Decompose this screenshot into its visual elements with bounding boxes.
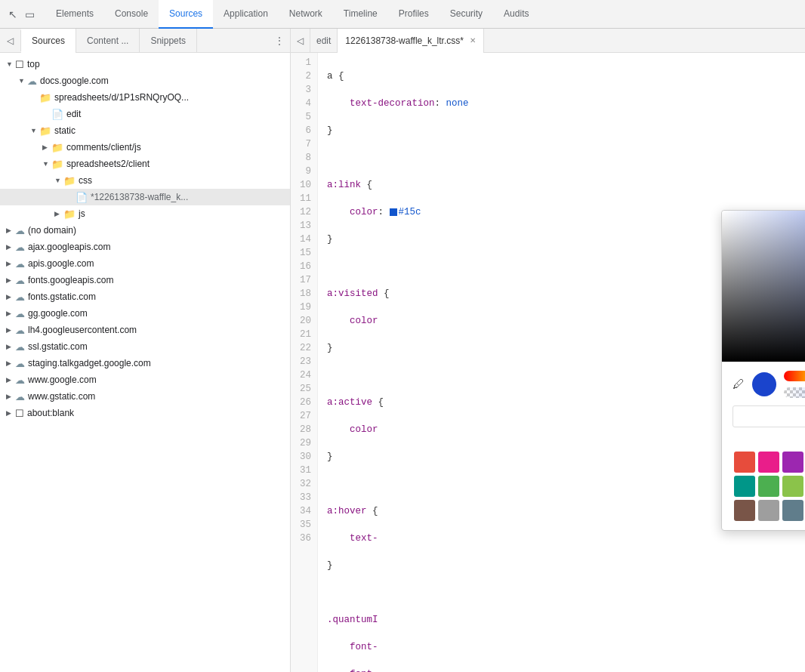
list-item[interactable]: ▼ 📁 static <box>0 122 290 139</box>
color-gradient-area[interactable] <box>722 211 805 362</box>
code-line: } <box>327 124 805 137</box>
cloud-icon: ☁ <box>15 358 25 369</box>
color-swatch[interactable] <box>758 452 779 473</box>
list-item[interactable]: ▶ ☁ ajax.googleapis.com <box>0 239 290 255</box>
color-swatch[interactable] <box>758 476 779 497</box>
cloud-icon: ☁ <box>15 341 25 353</box>
hex-input[interactable] <box>733 405 805 427</box>
color-picker-popup: 🖊 <box>721 210 805 531</box>
line-numbers: 12345 678910 1112131415 1617181920 21222… <box>291 53 318 672</box>
file-tab[interactable]: 1226138738-waffle_k_ltr.css* ✕ <box>338 29 484 53</box>
list-item[interactable]: 📄 *1226138738-waffle_k... <box>0 189 290 205</box>
navigate-back-button[interactable]: ◁ <box>291 29 310 53</box>
cloud-icon: ☁ <box>15 242 25 253</box>
color-swatch[interactable] <box>734 500 755 521</box>
code-line: a:link { <box>327 178 805 192</box>
tree-item-label: top <box>27 59 40 69</box>
cloud-icon: ☁ <box>15 275 25 286</box>
close-tab-button[interactable]: ✕ <box>470 36 476 45</box>
file-tree: ▼ ☐ top ▼ ☁ docs.google.com 📁 spreadshee… <box>0 53 290 672</box>
list-item[interactable]: ▶ ☐ about:blank <box>0 405 290 421</box>
list-item[interactable]: ▶ ☁ ssl.gstatic.com <box>0 338 290 355</box>
tab-network[interactable]: Network <box>279 0 333 29</box>
folder-icon: 📁 <box>39 92 51 103</box>
color-swatch[interactable] <box>734 476 755 497</box>
nav-icons: ↖ ▭ <box>6 8 36 21</box>
list-item[interactable]: ▶ ☁ fonts.gstatic.com <box>0 288 290 305</box>
tree-item-label: *1226138738-waffle_k... <box>91 192 188 202</box>
tab-application[interactable]: Application <box>213 0 279 29</box>
list-item[interactable]: ▶ ☁ www.google.com <box>0 371 290 388</box>
more-tabs-button[interactable]: ⋮ <box>269 35 290 46</box>
list-item[interactable]: 📁 spreadsheets/d/1P1sRNQryOQ... <box>0 89 290 106</box>
modified-file-icon: 📄 <box>76 192 88 203</box>
list-item[interactable]: ▼ 📁 spreadsheets2/client <box>0 156 290 172</box>
color-swatch[interactable] <box>782 500 803 521</box>
tab-elements[interactable]: Elements <box>45 0 104 29</box>
color-swatch[interactable] <box>782 476 803 497</box>
arrow-icon: ▼ <box>18 77 27 85</box>
arrow-icon: ▼ <box>30 127 39 134</box>
cloud-icon: ☁ <box>15 391 25 402</box>
arrow-icon: ▶ <box>6 260 15 267</box>
list-item[interactable]: ▶ 📁 js <box>0 205 290 222</box>
tree-item-label: staging.talkgadget.google.com <box>28 358 151 368</box>
swatches-row-2 <box>733 474 805 498</box>
hue-slider[interactable] <box>784 371 805 381</box>
list-item[interactable]: ▶ 📁 comments/client/js <box>0 139 290 156</box>
list-item[interactable]: ▶ ☁ (no domain) <box>0 222 290 239</box>
folder-icon: ☐ <box>15 59 24 70</box>
list-item[interactable]: ▶ ☁ lh4.googleusercontent.com <box>0 322 290 338</box>
list-item[interactable]: ▼ ☐ top <box>0 56 290 72</box>
list-item[interactable]: ▶ ☁ staging.talkgadget.google.com <box>0 355 290 371</box>
color-swatch[interactable] <box>390 208 397 216</box>
color-swatch[interactable] <box>782 452 803 473</box>
hex-input-row: ▲ ▼ <box>733 405 805 427</box>
tab-timeline[interactable]: Timeline <box>333 0 388 29</box>
tab-audits[interactable]: Audits <box>493 0 539 29</box>
color-swatch[interactable] <box>758 500 779 521</box>
list-item[interactable]: ▶ ☁ gg.google.com <box>0 305 290 322</box>
tree-item-label: spreadsheets/d/1P1sRNQryOQ... <box>54 92 189 103</box>
alpha-slider[interactable] <box>784 387 805 398</box>
sub-tab-snippets[interactable]: Snippets <box>140 29 197 53</box>
sub-tab-content[interactable]: Content ... <box>76 29 140 53</box>
tree-item-label: ssl.gstatic.com <box>28 341 88 352</box>
code-line: text-decoration: none <box>327 97 805 110</box>
sub-tab-sources[interactable]: Sources <box>21 29 76 53</box>
code-line <box>327 586 805 600</box>
tab-profiles[interactable]: Profiles <box>388 0 440 29</box>
folder-icon: 📁 <box>39 125 51 137</box>
eyedropper-button[interactable]: 🖊 <box>733 378 745 391</box>
list-item[interactable]: 📄 edit <box>0 106 290 122</box>
arrow-icon: ▼ <box>54 177 63 184</box>
list-item[interactable]: ▶ ☁ fonts.googleapis.com <box>0 272 290 288</box>
list-item[interactable]: ▼ ☁ docs.google.com <box>0 72 290 89</box>
folder-icon: 📁 <box>51 142 63 153</box>
arrow-icon: ▼ <box>42 160 51 168</box>
arrow-icon: ▶ <box>6 243 15 251</box>
navigate-back-button[interactable]: ◁ <box>0 30 21 51</box>
list-item[interactable]: ▶ ☁ www.gstatic.com <box>0 388 290 405</box>
file-icon: 📄 <box>51 109 63 120</box>
device-icon[interactable]: ▭ <box>23 8 36 21</box>
arrow-icon: ▼ <box>6 60 15 68</box>
tab-console[interactable]: Console <box>104 0 159 29</box>
tree-item-label: docs.google.com <box>40 76 109 86</box>
code-line: } <box>327 559 805 572</box>
cursor-icon[interactable]: ↖ <box>6 8 20 21</box>
tree-item-label: (no domain) <box>28 225 76 236</box>
tree-item-label: about:blank <box>27 408 74 418</box>
cloud-icon: ☁ <box>15 308 25 319</box>
cloud-icon: ☁ <box>15 325 25 336</box>
arrow-icon: ▶ <box>6 326 15 334</box>
list-item[interactable]: ▶ ☁ apis.google.com <box>0 255 290 272</box>
hue-slider-wrap <box>784 371 805 381</box>
list-item[interactable]: ▼ 📁 css <box>0 172 290 189</box>
tab-security[interactable]: Security <box>440 0 493 29</box>
tab-sources[interactable]: Sources <box>159 0 213 29</box>
edit-button[interactable]: edit <box>310 29 338 53</box>
color-swatch[interactable] <box>734 452 755 473</box>
sliders-column <box>784 371 805 398</box>
file-tab-label: 1226138738-waffle_k_ltr.css* <box>345 35 464 46</box>
